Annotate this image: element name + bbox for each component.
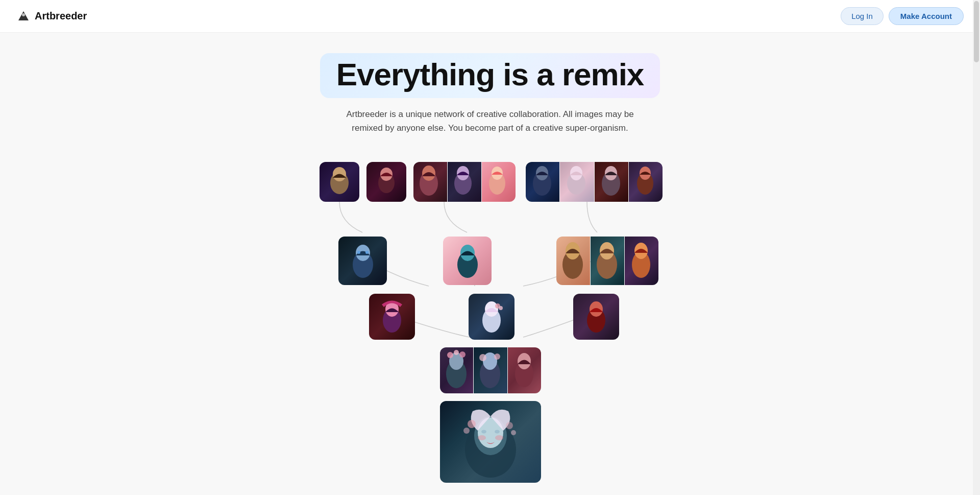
svg-point-41: [447, 352, 453, 358]
logo-text: Artbreeder: [35, 10, 87, 22]
image-strip-r1-3[interactable]: [556, 237, 658, 285]
strip-item-4d: [629, 162, 663, 202]
svg-point-42: [454, 350, 459, 355]
svg-point-57: [506, 422, 513, 429]
strip-item-3b: [448, 162, 481, 202]
image-tile-r0-2[interactable]: [366, 162, 406, 202]
strip-item-auburn-1: [556, 237, 590, 285]
svg-point-21: [357, 251, 360, 254]
hero-title-wrap: Everything is a remix: [320, 53, 660, 98]
tree-visualization: [296, 156, 684, 457]
image-tile-r1-2[interactable]: [443, 237, 492, 285]
strip-item-4c: [595, 162, 628, 202]
image-strip-r3[interactable]: [440, 347, 541, 393]
hero-section: Everything is a remix Artbreeder is a un…: [0, 33, 980, 140]
svg-point-53: [481, 430, 486, 433]
image-tile-final[interactable]: [440, 401, 541, 483]
tree-wrapper: [296, 156, 684, 457]
svg-point-59: [478, 435, 486, 440]
strip-item-auburn-3: [625, 237, 658, 285]
svg-point-54: [495, 430, 500, 433]
image-strip-r0-3[interactable]: [413, 162, 516, 202]
make-account-button[interactable]: Make Account: [889, 7, 964, 25]
svg-point-56: [463, 428, 470, 434]
strip-item-3a: [413, 162, 447, 202]
image-tile-r1-1[interactable]: [338, 237, 387, 285]
scrollbar-track: [973, 0, 980, 495]
strip-item-3c: [482, 162, 516, 202]
svg-point-60: [495, 435, 503, 440]
image-tile-r2-1[interactable]: [369, 294, 415, 340]
strip-item-garden-3: [508, 347, 541, 393]
logo-icon: [16, 9, 31, 23]
hero-title: Everything is a remix: [336, 57, 644, 92]
svg-point-58: [511, 430, 516, 435]
svg-point-46: [479, 354, 486, 361]
svg-point-0: [22, 13, 25, 16]
image-tile-r2-3[interactable]: [573, 294, 619, 340]
scrollbar-thumb[interactable]: [974, 1, 979, 62]
logo[interactable]: Artbreeder: [16, 9, 87, 23]
image-strip-r0-4[interactable]: [526, 162, 663, 202]
image-tile-r2-2[interactable]: [469, 294, 514, 340]
svg-point-22: [365, 251, 369, 254]
svg-point-36: [499, 306, 503, 310]
svg-point-47: [494, 353, 500, 360]
header: Artbreeder Log In Make Account: [0, 0, 980, 33]
svg-point-43: [459, 351, 465, 358]
hero-subtitle: Artbreeder is a unique network of creati…: [342, 107, 638, 135]
strip-item-auburn-2: [591, 237, 624, 285]
strip-item-4b: [560, 162, 594, 202]
login-button[interactable]: Log In: [841, 7, 884, 25]
strip-item-garden-1: [440, 347, 473, 393]
svg-point-55: [468, 420, 476, 428]
header-buttons: Log In Make Account: [841, 7, 964, 25]
strip-item-garden-2: [474, 347, 507, 393]
strip-item-4a: [526, 162, 559, 202]
image-tile-r0-1[interactable]: [320, 162, 359, 202]
